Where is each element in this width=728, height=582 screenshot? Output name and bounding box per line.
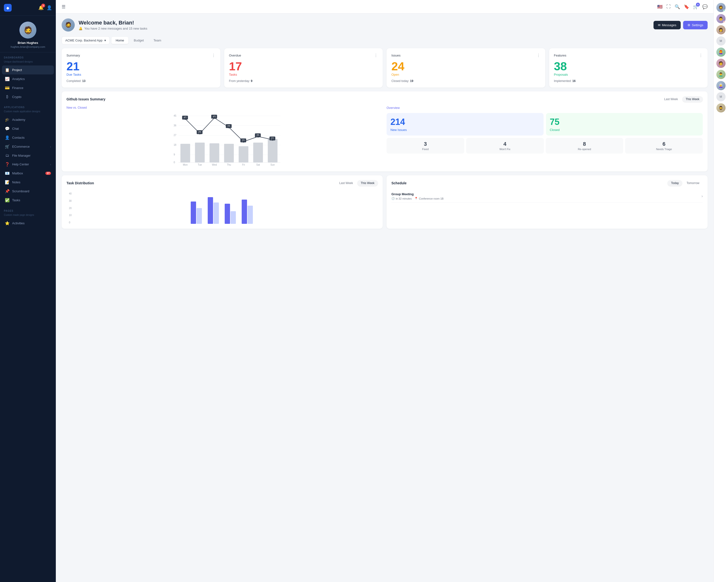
svg-point-33 [184,118,186,120]
svg-rect-14 [210,143,219,163]
location-icon: 📍 [414,197,418,200]
github-card-title: Github Issues Summary [67,97,105,101]
y-label-40: 40 [69,192,72,195]
chevron-right-icon[interactable]: › [702,194,703,198]
tab-budget[interactable]: Budget [129,37,148,44]
stat-card-header: Summary ⋮ [67,53,215,58]
rs-avatar-2[interactable]: 👨 [717,14,726,23]
stat-card-features: Features ⋮ 38 Proposals Implemented: 16 [549,48,708,87]
notifications-icon[interactable]: 🔔 3 [38,5,44,10]
svg-text:Tue: Tue [198,163,202,166]
needs-triage-number: 6 [627,141,701,147]
stat-card-title: Issues [391,54,401,57]
svg-point-38 [257,136,259,138]
online-indicator [723,21,725,23]
sidebar-item-filemanager[interactable]: 🗂 File Manager [2,151,54,160]
svg-rect-17 [253,143,263,163]
sidebar-item-helpcenter[interactable]: ❓ Help Center › [2,160,54,169]
svg-text:Wed: Wed [212,163,217,166]
task-this-week-button[interactable]: This Week [358,180,378,186]
nav-section-sub-dashboards: Unique dashboard designs [2,60,54,65]
sidebar-item-ecommerce[interactable]: 🛒 ECommerce › [2,142,54,151]
ellipsis-icon[interactable]: ⋮ [699,53,703,58]
welcome-header: 🧔 Welcome back, Brian! 🔔 You have 2 new … [62,19,708,31]
envelope-icon: ✉ [658,23,660,27]
bookmark-icon[interactable]: 🔖 [684,4,689,9]
chevron-right-icon: › [50,145,51,148]
rs-avatar-5[interactable]: 👩‍🦰 [717,48,726,57]
svg-point-39 [272,139,274,141]
stat-number: 24 [391,61,540,72]
sidebar-item-notes[interactable]: 📝 Notes [2,178,54,187]
rs-avatar-1[interactable]: 🧔 [717,3,726,12]
settings-button[interactable]: ⚙ Settings [683,21,708,29]
sidebar-header: ◆ 🔔 3 👤 [0,0,56,16]
flag-icon[interactable]: 🇺🇸 [657,4,662,9]
messages-icon[interactable]: 💬 [702,4,708,9]
rs-avatar-3[interactable]: 👩 [717,25,726,34]
main-content: ☰ 🇺🇸 ⛶ 🔍 🔖 🛒 5 💬 🧔 Welcome back, Brian! [56,0,713,582]
fullscreen-icon[interactable]: ⛶ [666,4,671,9]
tomorrow-button[interactable]: Tomorrow [683,180,703,186]
overview-stats-row: 214 New Issues 75 Closed [387,113,703,136]
tab-home[interactable]: Home [111,37,129,44]
sidebar-item-contacts[interactable]: 👤 Contacts [2,133,54,142]
ellipsis-icon[interactable]: ⋮ [374,53,378,58]
svg-point-36 [228,126,230,128]
sidebar-item-mailbox[interactable]: 📧 Mailbox 27 [2,169,54,178]
topbar-right: 🇺🇸 ⛶ 🔍 🔖 🛒 5 💬 [657,4,708,9]
sidebar-item-tasks[interactable]: ✅ Tasks [2,196,54,205]
ellipsis-icon[interactable]: ⋮ [212,53,215,58]
svg-text:45: 45 [174,114,177,117]
project-selector[interactable]: ACME Corp. Backend App ▾ [62,36,110,45]
sidebar-item-project[interactable]: 📋 Project [2,65,54,75]
schedule-header: Schedule Today Tomorrow [391,180,703,186]
svg-rect-53 [242,200,247,224]
stat-number: 38 [554,61,703,72]
svg-text:Thu: Thu [227,163,231,166]
tab-team[interactable]: Team [149,37,166,44]
y-label-30: 30 [69,200,72,202]
stat-card-issues: Issues ⋮ 24 Open Closed today: 19 [387,48,545,87]
this-week-button[interactable]: This Week [682,96,703,102]
scrumboard-icon: 📌 [5,189,10,194]
today-button[interactable]: Today [668,180,682,186]
sidebar-item-chat[interactable]: 💬 Chat [2,124,54,133]
sidebar-item-activities[interactable]: ⭐ Activities [2,219,54,228]
nav-pages: PAGES Custom made page designs ⭐ Activit… [0,206,56,229]
svg-rect-15 [224,144,234,163]
overview-panel: Overview 214 New Issues 75 Closed [387,106,703,167]
rs-avatar-8[interactable]: 👩‍🦳 [717,81,726,90]
sidebar-item-label: Crypto [12,95,21,99]
stat-card-title: Overdue [229,54,241,57]
reopened-label: Re-opened [548,148,622,150]
sidebar-item-analytics[interactable]: 📈 Analytics [2,75,54,83]
rs-avatar-6[interactable]: 🧑 [717,59,726,68]
sidebar-item-label: Notes [12,181,20,184]
sidebar-item-crypto[interactable]: ₿ Crypto [2,92,54,101]
user-menu-icon[interactable]: 👤 [47,5,52,10]
rs-avatar-10[interactable]: 🧔‍♂️ [717,103,726,113]
notes-icon: 📝 [5,180,10,185]
rs-avatar-9[interactable]: M [717,92,726,101]
github-section: New vs. Closed 45 36 27 18 9 0 [67,106,703,167]
last-week-button[interactable]: Last Week [661,96,681,102]
rs-avatar-4[interactable]: M [717,36,726,46]
ellipsis-icon[interactable]: ⋮ [537,53,540,58]
hamburger-icon[interactable]: ☰ [62,4,66,9]
rs-avatar-7[interactable]: 👨‍🦱 [717,70,726,79]
messages-button[interactable]: ✉ Messages [653,21,681,29]
stat-sub: Closed today: 19 [391,79,540,83]
stat-card-header: Overdue ⋮ [229,53,378,58]
stat-label: Tasks [229,73,378,76]
task-last-week-button[interactable]: Last Week [336,180,356,186]
project-icon: 📋 [5,68,10,72]
sidebar-item-finance[interactable]: 💳 Finance [2,83,54,92]
topbar-left: ☰ [62,4,66,9]
sidebar-item-scrumboard[interactable]: 📌 Scrumboard [2,187,54,196]
search-icon[interactable]: 🔍 [675,4,680,9]
cart-icon[interactable]: 🛒 5 [693,4,698,9]
reopened-number: 8 [548,141,622,147]
stat-sub: Completed: 13 [67,79,215,83]
sidebar-item-academy[interactable]: 🎓 Academy [2,115,54,124]
